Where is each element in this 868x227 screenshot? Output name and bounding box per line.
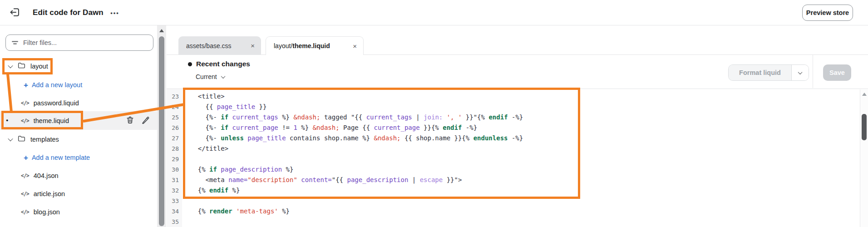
add-new-template-link[interactable]: + Add a new template (0, 148, 157, 167)
filter-files-input[interactable] (5, 35, 153, 51)
code-line[interactable]: {{ page_title }} (182, 102, 860, 112)
file-label: password.liquid (34, 99, 79, 107)
code-line[interactable]: <meta name="description" content="{{ pag… (182, 175, 860, 185)
scrollbar-thumb[interactable] (159, 36, 164, 226)
file-sidebar: layout + Add a new layout </> password.l… (0, 25, 166, 227)
line-number: 24 (167, 102, 182, 112)
filter-icon (11, 39, 19, 46)
folder-icon (17, 61, 26, 71)
editor-scrollbar[interactable] (860, 89, 868, 227)
line-number: 35 (167, 217, 182, 227)
tab-label: layout/theme.liquid (274, 42, 330, 49)
line-number: 23 (167, 91, 182, 102)
line-number: 32 (167, 185, 182, 196)
topbar: Edit code for Dawn ••• Preview store (0, 0, 868, 25)
code-editor: 23242526272829303132333435 <title> {{ pa… (167, 89, 868, 227)
code-line[interactable] (182, 217, 860, 227)
chevron-down-icon (8, 136, 13, 141)
format-liquid-split-button: Format liquid (728, 64, 809, 81)
rename-file-button[interactable] (141, 116, 150, 125)
header-divider (813, 55, 813, 88)
sidebar-file-password-liquid[interactable]: </> password.liquid (0, 94, 157, 112)
trash-icon (126, 119, 134, 126)
add-new-layout-link[interactable]: + Add a new layout (0, 76, 157, 94)
sidebar-file-blog-json[interactable]: </> blog.json (0, 203, 157, 221)
code-line[interactable]: </title> (182, 143, 860, 154)
more-options-button[interactable]: ••• (108, 7, 122, 18)
close-tab-icon[interactable]: × (347, 42, 357, 50)
scroll-up-arrow-icon[interactable] (862, 93, 867, 96)
code-line[interactable] (182, 154, 860, 164)
line-numbers: 23242526272829303132333435 (167, 89, 182, 227)
tab-layout-theme-liquid[interactable]: layout/theme.liquid × (266, 36, 364, 55)
code-file-icon: </> (21, 191, 29, 197)
file-label: theme.liquid (34, 117, 69, 124)
scroll-up-arrow-icon[interactable] (159, 29, 164, 32)
plus-icon: + (24, 154, 28, 162)
page-title: Edit code for Dawn (33, 0, 104, 25)
add-link-label: Add a new layout (32, 81, 82, 89)
line-number: 27 (167, 133, 182, 143)
save-button[interactable]: Save (823, 64, 851, 81)
close-tab-icon[interactable]: × (245, 42, 255, 49)
code-editor-app: Edit code for Dawn ••• Preview store lay… (0, 0, 868, 227)
line-number: 31 (167, 175, 182, 185)
code-line[interactable]: {%- if current_page != 1 %} &ndash; Page… (182, 123, 860, 133)
line-number: 28 (167, 143, 182, 154)
filter-files-field (5, 35, 153, 51)
line-number: 33 (167, 196, 182, 206)
modified-dot-icon: ● (6, 118, 8, 123)
code-file-icon: </> (21, 173, 29, 179)
chevron-down-icon (798, 70, 803, 74)
file-label: article.json (34, 190, 65, 197)
version-selected-label: Current (196, 73, 217, 80)
sidebar-file-theme-liquid[interactable]: ● </> theme.liquid (0, 111, 157, 130)
add-link-label: Add a new template (32, 154, 90, 161)
changes-bullet-icon (188, 62, 192, 66)
folder-label: templates (30, 136, 59, 143)
chevron-down-icon (8, 63, 13, 68)
pencil-icon (141, 119, 150, 126)
code-line[interactable]: {% endif %} (182, 185, 860, 196)
code-file-icon: </> (21, 118, 29, 124)
more-options-icon: ••• (110, 10, 119, 16)
code-line[interactable]: {%- unless page_title contains shop.name… (182, 133, 860, 143)
file-label: 404.json (34, 172, 59, 179)
line-number: 25 (167, 112, 182, 123)
tab-label: assets/base.css (186, 42, 232, 49)
format-liquid-caret-button[interactable] (791, 65, 809, 80)
line-number: 26 (167, 123, 182, 133)
exit-icon (9, 7, 20, 19)
recent-changes-row: Recent changes (188, 60, 250, 68)
sidebar-folder-layout[interactable]: layout (0, 57, 157, 75)
exit-button[interactable] (7, 6, 22, 20)
code-line[interactable]: {% if page_description %} (182, 164, 860, 175)
editor-header: Recent changes Current Format liquid Sav… (167, 55, 868, 89)
version-dropdown[interactable]: Current (196, 73, 225, 80)
code-lines[interactable]: <title> {{ page_title }} {%- if current_… (182, 89, 860, 227)
sidebar-file-404-json[interactable]: </> 404.json (0, 167, 157, 185)
code-line[interactable] (182, 196, 860, 206)
code-file-icon: </> (21, 209, 29, 215)
code-line[interactable]: {%- if current_tags %} &ndash; tagged "{… (182, 112, 860, 123)
tab-assets-base-css[interactable]: assets/base.css × (178, 36, 261, 55)
line-number: 30 (167, 164, 182, 175)
sidebar-folder-templates[interactable]: templates (0, 130, 157, 148)
folder-label: layout (30, 63, 48, 70)
code-file-icon: </> (21, 100, 29, 106)
chevron-down-icon (221, 74, 225, 79)
recent-changes-label: Recent changes (196, 60, 250, 68)
code-line[interactable]: {% render 'meta-tags' %} (182, 206, 860, 217)
code-line[interactable]: <title> (182, 91, 860, 102)
sidebar-scrollbar[interactable] (157, 25, 166, 227)
file-label: blog.json (34, 208, 60, 216)
sidebar-file-article-json[interactable]: </> article.json (0, 185, 157, 203)
editor-main: assets/base.css × layout/theme.liquid × … (167, 25, 868, 227)
preview-store-button[interactable]: Preview store (802, 5, 853, 21)
scrollbar-thumb[interactable] (862, 114, 867, 140)
format-liquid-button[interactable]: Format liquid (729, 65, 791, 80)
delete-file-button[interactable] (125, 116, 134, 125)
plus-icon: + (24, 81, 28, 89)
folder-icon (17, 134, 26, 144)
line-number: 29 (167, 154, 182, 164)
